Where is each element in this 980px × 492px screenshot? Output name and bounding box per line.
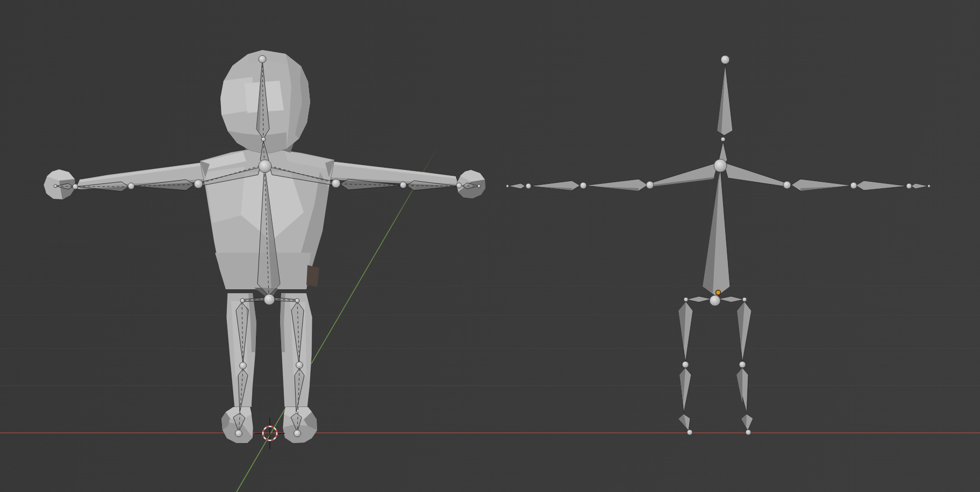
- joint-head-tip[interactable]: [259, 55, 266, 63]
- joint-hand-tip-left[interactable]: [54, 184, 57, 188]
- joint-hip-left[interactable]: [240, 298, 245, 303]
- hip-bone-right[interactable]: [718, 296, 744, 302]
- joint-pelvis[interactable]: [264, 294, 275, 305]
- joint-hip-left[interactable]: [684, 297, 688, 302]
- joint-wrist-left[interactable]: [526, 183, 531, 189]
- clavicle-bone-left[interactable]: [652, 162, 718, 187]
- hip-bone-left[interactable]: [686, 296, 712, 302]
- grid-line-diagonal: [591, 231, 980, 480]
- grid-line-diagonal: [456, 231, 491, 492]
- joint-chest[interactable]: [714, 159, 727, 172]
- 3d-viewport[interactable]: [0, 0, 980, 492]
- joint-hip-right[interactable]: [295, 298, 299, 303]
- joint-knee-right[interactable]: [739, 361, 746, 368]
- joint-shoulder-right[interactable]: [783, 181, 791, 189]
- forearm-bone-right[interactable]: [856, 181, 908, 190]
- joint-ankle-right[interactable]: [746, 430, 751, 435]
- joint-shoulder-left[interactable]: [646, 181, 654, 189]
- joint-head-tip[interactable]: [721, 55, 729, 64]
- joint-ankle-left[interactable]: [235, 430, 242, 437]
- character-armature[interactable]: [54, 55, 481, 437]
- joint-chest[interactable]: [259, 160, 271, 173]
- joint-elbow-left[interactable]: [128, 183, 134, 189]
- joint-ankle-right[interactable]: [294, 430, 301, 437]
- foot-bone-right[interactable]: [741, 414, 753, 431]
- joint-wrist-right[interactable]: [906, 183, 912, 189]
- joint-elbow-right[interactable]: [850, 182, 857, 189]
- joint-shoulder-right[interactable]: [332, 179, 340, 188]
- floor-grid: [0, 226, 980, 492]
- joint-wrist-right[interactable]: [456, 183, 462, 188]
- character[interactable]: [44, 50, 485, 443]
- grid-line-diagonal: [659, 232, 980, 372]
- joint-hip-right[interactable]: [742, 297, 747, 302]
- forearm-bone-left[interactable]: [530, 181, 580, 190]
- joint-hand-tip-right[interactable]: [477, 184, 481, 188]
- mesh-facet[interactable]: [306, 265, 319, 287]
- clavicle-bone-right[interactable]: [724, 162, 786, 187]
- grid-line-diagonal: [726, 234, 980, 316]
- joint-wrist-left[interactable]: [73, 184, 78, 189]
- joint-knee-right[interactable]: [296, 362, 303, 369]
- joint-ankle-left[interactable]: [687, 430, 692, 435]
- joint-head-base[interactable]: [261, 137, 266, 141]
- joint-hand-tip-right[interactable]: [928, 185, 931, 188]
- grid-line-diagonal: [0, 234, 187, 300]
- joint-knee-left[interactable]: [240, 362, 247, 369]
- skeleton-armature[interactable]: [506, 55, 931, 435]
- joint-elbow-right[interactable]: [400, 182, 406, 188]
- hand-bone-left[interactable]: [508, 183, 525, 189]
- joint-shoulder-left[interactable]: [194, 180, 203, 188]
- joint-knee-left[interactable]: [682, 361, 689, 368]
- joint-hand-tip-left[interactable]: [506, 185, 509, 188]
- 3d-cursor: [255, 418, 285, 449]
- joint-pelvis[interactable]: [710, 295, 720, 306]
- object-origin-dot[interactable]: [716, 290, 721, 295]
- hand-bone-right[interactable]: [911, 183, 928, 189]
- joint-elbow-left[interactable]: [580, 182, 586, 189]
- joint-head-base[interactable]: [721, 137, 725, 141]
